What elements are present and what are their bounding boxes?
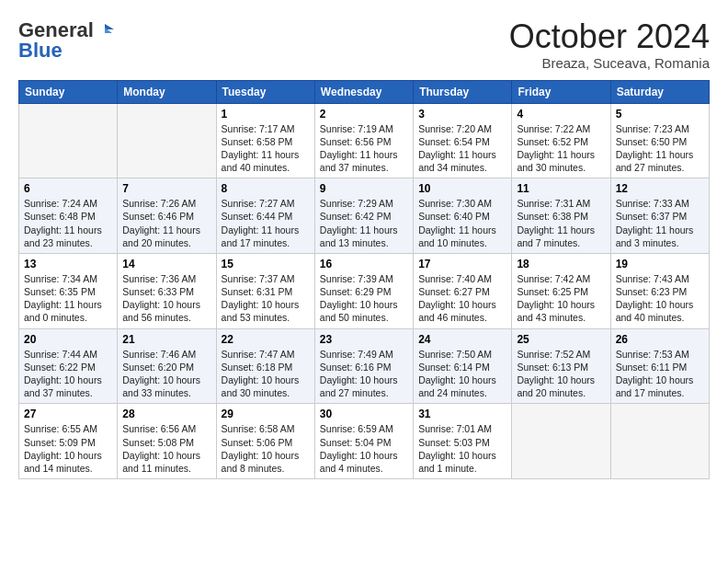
day-info: Sunrise: 7:27 AM Sunset: 6:44 PM Dayligh…	[222, 197, 310, 249]
day-number: 5	[616, 108, 704, 121]
day-info: Sunrise: 7:46 AM Sunset: 6:20 PM Dayligh…	[122, 348, 210, 400]
day-number: 27	[24, 408, 112, 420]
header-thursday: Thursday	[414, 80, 512, 103]
calendar-cell: 15Sunrise: 7:37 AM Sunset: 6:31 PM Dayli…	[216, 253, 314, 328]
day-number: 26	[616, 333, 704, 346]
week-row-2: 13Sunrise: 7:34 AM Sunset: 6:35 PM Dayli…	[19, 253, 710, 328]
day-number: 8	[222, 182, 310, 195]
day-number: 29	[222, 408, 310, 420]
day-number: 23	[320, 333, 408, 346]
calendar-cell: 17Sunrise: 7:40 AM Sunset: 6:27 PM Dayli…	[414, 253, 512, 328]
calendar-cell: 8Sunrise: 7:27 AM Sunset: 6:44 PM Daylig…	[216, 178, 314, 254]
day-info: Sunrise: 7:50 AM Sunset: 6:14 PM Dayligh…	[418, 348, 506, 400]
logo-blue: Blue	[18, 39, 63, 63]
day-info: Sunrise: 7:39 AM Sunset: 6:29 PM Dayligh…	[320, 272, 408, 325]
day-info: Sunrise: 7:36 AM Sunset: 6:33 PM Dayligh…	[122, 272, 210, 325]
day-number: 28	[122, 408, 210, 420]
day-number: 25	[517, 333, 605, 346]
calendar-cell: 25Sunrise: 7:52 AM Sunset: 6:13 PM Dayli…	[512, 328, 610, 404]
day-info: Sunrise: 7:20 AM Sunset: 6:54 PM Dayligh…	[418, 122, 506, 175]
day-number: 7	[122, 182, 210, 195]
day-number: 10	[418, 182, 506, 195]
day-info: Sunrise: 7:22 AM Sunset: 6:52 PM Dayligh…	[517, 122, 605, 175]
header-monday: Monday	[118, 80, 216, 103]
day-info: Sunrise: 7:31 AM Sunset: 6:38 PM Dayligh…	[517, 197, 605, 249]
calendar-table: SundayMondayTuesdayWednesdayThursdayFrid…	[18, 80, 710, 479]
day-number: 3	[418, 108, 506, 121]
day-info: Sunrise: 6:55 AM Sunset: 5:09 PM Dayligh…	[24, 422, 112, 475]
calendar-cell: 9Sunrise: 7:29 AM Sunset: 6:42 PM Daylig…	[314, 178, 413, 254]
day-number: 13	[24, 258, 112, 270]
day-number: 4	[517, 108, 605, 121]
day-info: Sunrise: 7:44 AM Sunset: 6:22 PM Dayligh…	[24, 348, 112, 400]
calendar-cell: 24Sunrise: 7:50 AM Sunset: 6:14 PM Dayli…	[414, 328, 512, 404]
day-info: Sunrise: 6:56 AM Sunset: 5:08 PM Dayligh…	[122, 422, 210, 475]
day-info: Sunrise: 7:30 AM Sunset: 6:40 PM Dayligh…	[418, 197, 506, 249]
day-number: 2	[320, 108, 408, 121]
day-number: 21	[122, 333, 210, 346]
day-info: Sunrise: 7:17 AM Sunset: 6:58 PM Dayligh…	[222, 122, 310, 175]
header-friday: Friday	[512, 80, 610, 103]
logo-bird-icon	[96, 20, 116, 40]
calendar-cell	[118, 103, 216, 178]
day-number: 12	[616, 182, 704, 195]
day-number: 22	[222, 333, 310, 346]
week-row-1: 6Sunrise: 7:24 AM Sunset: 6:48 PM Daylig…	[19, 178, 710, 254]
day-number: 24	[418, 333, 506, 346]
calendar-cell: 23Sunrise: 7:49 AM Sunset: 6:16 PM Dayli…	[314, 328, 413, 404]
calendar-cell: 30Sunrise: 6:59 AM Sunset: 5:04 PM Dayli…	[314, 404, 413, 479]
header-tuesday: Tuesday	[216, 80, 314, 103]
calendar-cell: 13Sunrise: 7:34 AM Sunset: 6:35 PM Dayli…	[19, 253, 118, 328]
calendar-cell: 3Sunrise: 7:20 AM Sunset: 6:54 PM Daylig…	[414, 103, 512, 178]
logo: General Blue	[18, 18, 116, 63]
day-number: 17	[418, 258, 506, 270]
day-info: Sunrise: 7:42 AM Sunset: 6:25 PM Dayligh…	[517, 272, 605, 325]
day-info: Sunrise: 7:47 AM Sunset: 6:18 PM Dayligh…	[222, 348, 310, 400]
calendar-cell: 5Sunrise: 7:23 AM Sunset: 6:50 PM Daylig…	[610, 103, 709, 178]
day-info: Sunrise: 7:34 AM Sunset: 6:35 PM Dayligh…	[24, 272, 112, 325]
calendar-header-row: SundayMondayTuesdayWednesdayThursdayFrid…	[19, 80, 710, 103]
calendar-cell: 27Sunrise: 6:55 AM Sunset: 5:09 PM Dayli…	[19, 404, 118, 479]
page-header: General Blue October 2024 Breaza, Suceav…	[18, 18, 710, 71]
calendar-cell: 16Sunrise: 7:39 AM Sunset: 6:29 PM Dayli…	[314, 253, 413, 328]
day-info: Sunrise: 6:58 AM Sunset: 5:06 PM Dayligh…	[222, 422, 310, 475]
calendar-cell: 21Sunrise: 7:46 AM Sunset: 6:20 PM Dayli…	[118, 328, 216, 404]
location: Breaza, Suceava, Romania	[509, 55, 710, 71]
week-row-0: 1Sunrise: 7:17 AM Sunset: 6:58 PM Daylig…	[19, 103, 710, 178]
day-info: Sunrise: 7:40 AM Sunset: 6:27 PM Dayligh…	[418, 272, 506, 325]
calendar-cell: 28Sunrise: 6:56 AM Sunset: 5:08 PM Dayli…	[118, 404, 216, 479]
calendar-cell: 29Sunrise: 6:58 AM Sunset: 5:06 PM Dayli…	[216, 404, 314, 479]
calendar-cell: 19Sunrise: 7:43 AM Sunset: 6:23 PM Dayli…	[610, 253, 709, 328]
day-info: Sunrise: 7:49 AM Sunset: 6:16 PM Dayligh…	[320, 348, 408, 400]
day-info: Sunrise: 7:33 AM Sunset: 6:37 PM Dayligh…	[616, 197, 704, 249]
week-row-3: 20Sunrise: 7:44 AM Sunset: 6:22 PM Dayli…	[19, 328, 710, 404]
calendar-cell: 31Sunrise: 7:01 AM Sunset: 5:03 PM Dayli…	[414, 404, 512, 479]
calendar-cell: 11Sunrise: 7:31 AM Sunset: 6:38 PM Dayli…	[512, 178, 610, 254]
calendar-cell: 6Sunrise: 7:24 AM Sunset: 6:48 PM Daylig…	[19, 178, 118, 254]
month-title: October 2024	[509, 18, 710, 55]
day-number: 15	[222, 258, 310, 270]
day-number: 14	[122, 258, 210, 270]
calendar-cell: 4Sunrise: 7:22 AM Sunset: 6:52 PM Daylig…	[512, 103, 610, 178]
day-info: Sunrise: 7:23 AM Sunset: 6:50 PM Dayligh…	[616, 122, 704, 175]
calendar-cell: 14Sunrise: 7:36 AM Sunset: 6:33 PM Dayli…	[118, 253, 216, 328]
title-block: October 2024 Breaza, Suceava, Romania	[509, 18, 710, 71]
header-wednesday: Wednesday	[314, 80, 413, 103]
day-info: Sunrise: 7:53 AM Sunset: 6:11 PM Dayligh…	[616, 348, 704, 400]
week-row-4: 27Sunrise: 6:55 AM Sunset: 5:09 PM Dayli…	[19, 404, 710, 479]
calendar-cell	[512, 404, 610, 479]
calendar-cell: 12Sunrise: 7:33 AM Sunset: 6:37 PM Dayli…	[610, 178, 709, 254]
day-number: 16	[320, 258, 408, 270]
calendar-cell: 18Sunrise: 7:42 AM Sunset: 6:25 PM Dayli…	[512, 253, 610, 328]
day-number: 11	[517, 182, 605, 195]
header-sunday: Sunday	[19, 80, 118, 103]
svg-marker-0	[105, 24, 114, 29]
day-info: Sunrise: 6:59 AM Sunset: 5:04 PM Dayligh…	[320, 422, 408, 475]
day-info: Sunrise: 7:19 AM Sunset: 6:56 PM Dayligh…	[320, 122, 408, 175]
calendar-cell	[19, 103, 118, 178]
calendar-cell: 1Sunrise: 7:17 AM Sunset: 6:58 PM Daylig…	[216, 103, 314, 178]
day-number: 20	[24, 333, 112, 346]
day-info: Sunrise: 7:01 AM Sunset: 5:03 PM Dayligh…	[418, 422, 506, 475]
day-info: Sunrise: 7:29 AM Sunset: 6:42 PM Dayligh…	[320, 197, 408, 249]
calendar-cell: 26Sunrise: 7:53 AM Sunset: 6:11 PM Dayli…	[610, 328, 709, 404]
